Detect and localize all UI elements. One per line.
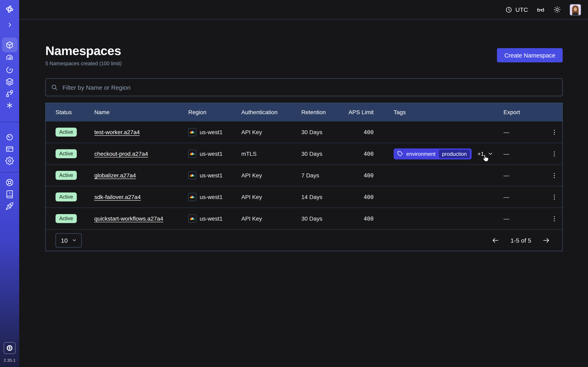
branch-icon bbox=[5, 89, 14, 98]
tag-key: environment bbox=[406, 151, 435, 157]
region-label: us-west1 bbox=[200, 215, 223, 222]
labs-glasses-icon[interactable] bbox=[536, 6, 545, 14]
aps-limit-value: 400 bbox=[338, 215, 384, 222]
sidebar-item-billing[interactable] bbox=[2, 143, 17, 155]
rocket-icon bbox=[5, 202, 14, 210]
retention-value: 30 Days bbox=[291, 129, 338, 135]
auth-value: API Key bbox=[231, 129, 291, 135]
row-menu-kebab-icon[interactable] bbox=[549, 170, 559, 180]
topbar: UTC bbox=[19, 0, 588, 20]
sidebar-nav: 2.35.1 bbox=[0, 0, 19, 367]
sidebar-item-usage[interactable] bbox=[2, 131, 17, 143]
auth-value: API Key bbox=[231, 215, 291, 222]
billing-card-icon bbox=[5, 145, 14, 153]
sidebar-item-support[interactable] bbox=[2, 176, 17, 188]
filter-input[interactable] bbox=[62, 83, 557, 91]
row-menu-kebab-icon[interactable] bbox=[549, 127, 559, 137]
sidebar-item-deployments[interactable] bbox=[2, 76, 17, 88]
sidebar-item-settings[interactable] bbox=[2, 155, 17, 167]
tag-pill[interactable]: environment production bbox=[394, 148, 472, 159]
sidebar-item-nexus[interactable] bbox=[2, 88, 17, 100]
main-content: Namespaces 5 Namespaces created (100 lim… bbox=[19, 20, 588, 367]
table-footer: 10 1-5 of 5 bbox=[46, 229, 562, 251]
theme-sun-icon[interactable] bbox=[553, 6, 561, 13]
tags-cell: environment production +1 bbox=[384, 148, 494, 159]
lifebuoy-support-icon bbox=[5, 178, 14, 187]
search-icon bbox=[51, 83, 58, 91]
export-value: — bbox=[494, 215, 545, 222]
prev-page-arrow-icon[interactable] bbox=[492, 236, 499, 244]
gauge-usage-icon bbox=[5, 133, 14, 142]
col-name: Name bbox=[84, 109, 178, 115]
sidebar-item-getting-started[interactable] bbox=[2, 200, 17, 212]
aps-limit-value: 400 bbox=[338, 129, 384, 135]
sidebar-item-namespaces[interactable] bbox=[2, 38, 17, 52]
namespace-link[interactable]: quickstart-workflows.a27a4 bbox=[94, 215, 163, 222]
export-value: — bbox=[494, 172, 545, 179]
tags-more-count: +1 bbox=[477, 150, 484, 157]
tag-value: production bbox=[439, 150, 470, 158]
page-subtitle: 5 Namespaces created (100 limit) bbox=[45, 61, 122, 67]
row-menu-kebab-icon[interactable] bbox=[549, 149, 559, 159]
aps-limit-value: 400 bbox=[338, 194, 384, 200]
table-row: Active test-worker.a27a4 us-west1 API Ke… bbox=[46, 121, 562, 143]
gear-settings-icon bbox=[5, 157, 14, 165]
layers-icon bbox=[5, 77, 14, 86]
status-badge: Active bbox=[56, 192, 77, 201]
export-value: — bbox=[494, 150, 545, 157]
aps-limit-value: 400 bbox=[338, 172, 384, 179]
page-title: Namespaces bbox=[45, 44, 122, 58]
status-badge: Active bbox=[56, 149, 77, 158]
sidebar-item-batch[interactable] bbox=[2, 100, 17, 111]
sidebar-item-workflows[interactable] bbox=[2, 52, 17, 64]
row-menu-kebab-icon[interactable] bbox=[549, 192, 559, 202]
table-row: Active quickstart-workflows.a27a4 us-wes… bbox=[46, 208, 562, 229]
docs-book-icon bbox=[5, 190, 14, 199]
gcp-cloud-icon bbox=[188, 128, 196, 136]
region-label: us-west1 bbox=[200, 129, 223, 135]
export-value: — bbox=[494, 194, 545, 200]
namespaces-table: Status Name Region Authentication Retent… bbox=[45, 103, 563, 251]
timezone-selector[interactable]: UTC bbox=[505, 6, 528, 13]
namespace-link[interactable]: globalizer.a27a4 bbox=[94, 172, 136, 179]
tag-icon bbox=[397, 151, 403, 157]
page-header: Namespaces 5 Namespaces created (100 lim… bbox=[45, 44, 563, 67]
namespace-link[interactable]: sdk-failover.a27a4 bbox=[94, 194, 141, 200]
page-size-select[interactable]: 10 bbox=[56, 233, 81, 247]
retention-value: 30 Days bbox=[291, 215, 338, 222]
cube-namespaces-icon bbox=[5, 41, 14, 49]
retention-value: 7 Days bbox=[291, 172, 338, 179]
timezone-label: UTC bbox=[515, 6, 528, 13]
sidebar-divider bbox=[0, 172, 19, 173]
table-row: Active sdk-failover.a27a4 us-west1 API K… bbox=[46, 186, 562, 208]
col-status: Status bbox=[46, 109, 84, 115]
user-avatar[interactable] bbox=[570, 4, 581, 15]
filter-searchbar bbox=[45, 78, 563, 96]
app-version: 2.35.1 bbox=[4, 358, 16, 363]
next-page-arrow-icon[interactable] bbox=[542, 236, 550, 244]
retention-value: 30 Days bbox=[291, 150, 338, 157]
tags-expand-chevron-icon[interactable] bbox=[487, 150, 494, 157]
credits-badge-icon[interactable] bbox=[4, 342, 16, 354]
gcp-cloud-icon bbox=[188, 150, 196, 158]
sidebar-item-schedules[interactable] bbox=[2, 64, 17, 76]
pagination: 1-5 of 5 bbox=[492, 236, 550, 244]
namespace-link[interactable]: checkout-prod.a27a4 bbox=[94, 150, 148, 157]
namespace-link[interactable]: test-worker.a27a4 bbox=[94, 129, 140, 135]
temporal-logo-icon[interactable] bbox=[2, 3, 17, 15]
col-tags: Tags bbox=[384, 109, 494, 115]
sidebar-item-docs[interactable] bbox=[2, 188, 17, 200]
col-aps-limit: APS Limit bbox=[338, 109, 384, 115]
sidebar-divider bbox=[0, 122, 19, 122]
auth-value: mTLS bbox=[231, 150, 291, 157]
status-badge: Active bbox=[56, 214, 77, 223]
app-window: 2.35.1 UTC bbox=[0, 0, 588, 367]
export-value: — bbox=[494, 129, 545, 135]
status-badge: Active bbox=[56, 171, 77, 180]
row-menu-kebab-icon[interactable] bbox=[549, 214, 559, 224]
auth-value: API Key bbox=[231, 172, 291, 179]
region-label: us-west1 bbox=[200, 172, 223, 179]
sidebar-expand-chevron-icon[interactable] bbox=[2, 19, 17, 31]
create-namespace-button[interactable]: Create Namespace bbox=[497, 48, 563, 62]
gcp-cloud-icon bbox=[188, 215, 196, 223]
